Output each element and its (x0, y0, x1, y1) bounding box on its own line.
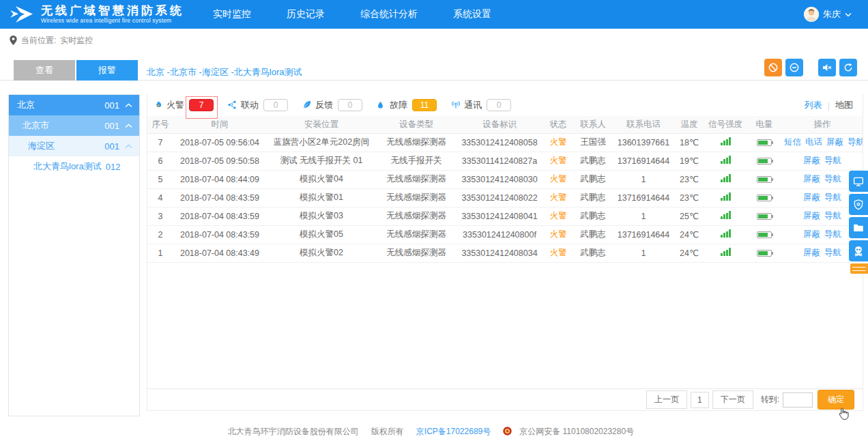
monitor-icon[interactable] (849, 171, 868, 192)
alarm-filter-bar: 火警7联动0反馈0故障11通讯0 列表 | 地图 (147, 94, 863, 116)
table-row: 22018-07-04 08:43:59模拟火警05无线感烟探测器3353012… (147, 225, 863, 244)
cell-contact: 武鹏志 (573, 244, 613, 262)
app-logo: 无线广域智慧消防系统 Wireless wide area intelligen… (10, 3, 184, 25)
cell-device-id: 3353012412408022 (456, 188, 543, 207)
filter-chip-linkage[interactable]: 联动0 (227, 99, 288, 111)
cell-phone: 13601397661 (613, 133, 674, 152)
op-call-link[interactable]: 电话 (805, 137, 822, 147)
row-index: 1 (147, 244, 173, 262)
next-page-button[interactable]: 下一页 (712, 390, 753, 409)
cell-device-type: 无线感烟探测器 (377, 207, 456, 225)
battery-icon (747, 225, 782, 244)
filter-label: 联动 (241, 99, 259, 111)
column-header: 时间 (173, 116, 266, 133)
refresh-icon[interactable] (839, 59, 857, 76)
op-navigate-link[interactable]: 导航 (824, 156, 841, 165)
alarm-count-highlight-box (186, 96, 218, 119)
cell-location: 测试 无线手报开关 01 (266, 152, 377, 170)
op-navigate-link[interactable]: 导航 (848, 137, 863, 147)
cell-contact: 武鹏志 (573, 188, 613, 207)
status-badge: 火警 (543, 133, 573, 152)
op-mask-link[interactable]: 屏蔽 (803, 248, 820, 257)
feedback-icon (302, 100, 313, 111)
filter-chip-comm[interactable]: 通讯0 (450, 99, 511, 111)
tree-node-1[interactable]: 北京市001 (9, 115, 139, 136)
tree-node-2[interactable]: 海淀区001 (9, 136, 139, 156)
cell-contact: 武鹏志 (573, 170, 613, 188)
signal-strength-icon (704, 244, 747, 262)
status-badge: 火警 (543, 244, 573, 262)
breadcrumb-prefix: 当前位置: (21, 35, 56, 46)
chevron-up-icon (125, 124, 132, 128)
op-mask-link[interactable]: 屏蔽 (803, 156, 820, 165)
filter-chip-fault[interactable]: 故障11 (376, 99, 437, 111)
view-toggle-map[interactable]: 地图 (835, 99, 853, 111)
region-tree-sidebar: 北京001北京市001海淀区001北大青鸟lora测试012 (8, 94, 140, 416)
cell-contact: 武鹏志 (573, 152, 613, 170)
nav-item-2[interactable]: 综合统计分析 (360, 8, 418, 20)
tabs-row: 查看 报警 北京 -北京市 -海淀区 -北大青鸟lora测试 (0, 60, 868, 81)
table-empty-space (147, 263, 863, 389)
cell-contact: 武鹏志 (573, 225, 613, 244)
prev-page-button[interactable]: 上一页 (646, 390, 687, 409)
view-toggle-list[interactable]: 列表 (805, 99, 822, 111)
column-header: 设备标识 (456, 116, 543, 133)
goto-page-label: 转到: (761, 394, 779, 405)
cell-phone: 13716914644 (613, 152, 674, 170)
tree-node-0[interactable]: 北京001 (9, 95, 139, 115)
op-navigate-link[interactable]: 导航 (824, 229, 841, 239)
cell-device-id: 3353012412408041 (456, 207, 543, 225)
ban-icon[interactable] (764, 59, 782, 76)
cell-temperature: 19℃ (674, 152, 704, 170)
op-navigate-link[interactable]: 导航 (824, 174, 841, 184)
tree-node-3[interactable]: 北大青鸟lora测试012 (9, 156, 139, 177)
filter-chip-feedback[interactable]: 反馈0 (302, 99, 362, 111)
goto-page-input[interactable] (783, 392, 813, 408)
confirm-button[interactable]: 确定 (818, 390, 854, 410)
cell-phone: 13716914644 (613, 188, 674, 207)
column-header: 序号 (147, 116, 173, 133)
tab-alarm[interactable]: 报警 (76, 60, 138, 81)
filter-chip-fire[interactable]: 火警7 (153, 99, 214, 111)
cell-phone: 1 (613, 170, 674, 188)
op-mask-link[interactable]: 屏蔽 (826, 137, 843, 147)
op-navigate-link[interactable]: 导航 (824, 211, 841, 220)
shield-gear-icon[interactable] (849, 194, 868, 215)
column-header: 温度 (674, 116, 704, 133)
op-mask-link[interactable]: 屏蔽 (803, 174, 820, 184)
status-badge: 火警 (543, 225, 573, 244)
mute-icon[interactable] (818, 59, 836, 76)
skull-icon[interactable] (849, 240, 868, 261)
circle-minus-icon[interactable] (785, 59, 803, 76)
signal-strength-icon (704, 133, 747, 152)
cell-time: 2018-07-04 08:44:09 (173, 170, 266, 188)
dock-orange-tag[interactable] (850, 263, 868, 274)
footer-icp-link[interactable]: 京ICP备17022689号 (416, 427, 491, 436)
nav-item-1[interactable]: 历史记录 (287, 8, 325, 20)
nav-item-3[interactable]: 系统设置 (453, 8, 491, 20)
column-header: 信号强度 (704, 116, 747, 133)
cell-device-id: 335301141240827a (456, 152, 543, 170)
battery-icon (747, 152, 782, 170)
status-badge: 火警 (543, 170, 573, 188)
op-mask-link[interactable]: 屏蔽 (803, 211, 820, 220)
tree-node-label: 北大青鸟lora测试 (33, 160, 102, 173)
page-footer: 北大青鸟环宇消防设备股份有限公司版权所有京ICP备17022689号京公网安备 … (0, 426, 868, 438)
user-menu[interactable]: 朱庆 (804, 7, 852, 22)
filter-label: 火警 (167, 99, 184, 111)
logo-arrow-icon (10, 3, 35, 25)
op-mask-link[interactable]: 屏蔽 (803, 192, 820, 202)
cell-device-id: 3353012412408030 (456, 170, 543, 188)
op-sms-link[interactable]: 短信 (784, 137, 801, 147)
op-mask-link[interactable]: 屏蔽 (803, 229, 820, 239)
right-dock (849, 171, 868, 274)
signal-strength-icon (704, 225, 747, 244)
cell-location: 模拟火警01 (266, 188, 377, 207)
folder-icon[interactable] (849, 217, 868, 238)
op-navigate-link[interactable]: 导航 (824, 248, 841, 257)
cell-contact: 王国强 (573, 133, 613, 152)
page-number[interactable]: 1 (691, 392, 709, 408)
nav-item-0[interactable]: 实时监控 (213, 8, 251, 20)
op-navigate-link[interactable]: 导航 (824, 192, 841, 202)
tab-view[interactable]: 查看 (14, 60, 75, 81)
